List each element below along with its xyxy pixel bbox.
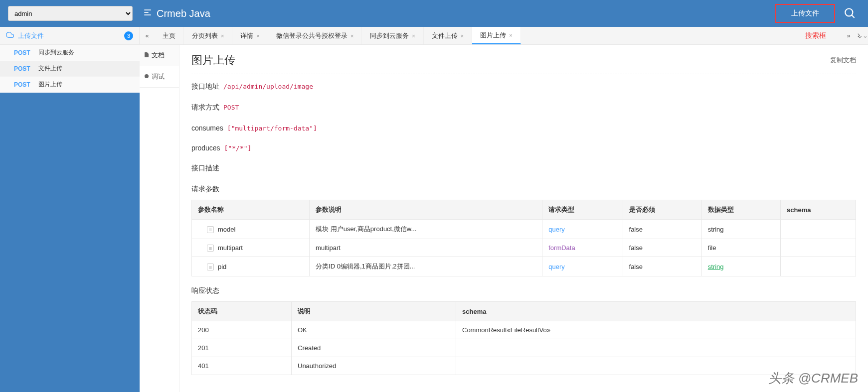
svg-point-3 [845, 8, 853, 16]
sidebar-item-sync-cloud[interactable]: POST 同步到云服务 [0, 45, 140, 61]
api-method-row: 请求方式 POST [191, 103, 856, 112]
cell-req-type: query [542, 257, 623, 276]
method-badge: POST [14, 81, 30, 88]
cell-code: 200 [192, 321, 292, 339]
produces-label: produces [191, 144, 220, 152]
col-required: 是否必须 [623, 200, 701, 220]
consumes-row: consumes ["multipart/form-data"] [191, 124, 856, 132]
sidebar-item-file-upload[interactable]: POST 文件上传 [0, 61, 140, 77]
sidebar-group-title: 上传文件 [18, 31, 124, 40]
table-row: ≡model模块 用户user,商品product,微信w...queryfal… [192, 220, 856, 239]
cloud-icon [6, 31, 14, 40]
cell-code: 401 [192, 357, 292, 375]
cell-name: ≡pid [192, 257, 310, 276]
close-icon[interactable]: × [412, 33, 415, 39]
api-url-value: /api/admin/upload/image [223, 83, 313, 90]
resp-status-title: 响应状态 [191, 286, 856, 295]
cell-required: false [623, 257, 701, 276]
cell-data-type: string [701, 220, 780, 239]
vertical-tabs: 文档 调试 [140, 45, 179, 392]
tab-file-upload[interactable]: 文件上传× [424, 27, 472, 44]
tabs-scroll-right[interactable]: » [841, 27, 856, 44]
tab-image-upload[interactable]: 图片上传× [472, 27, 521, 44]
cell-data-type: file [701, 239, 780, 257]
api-method-value: POST [223, 104, 239, 111]
col-data-type: 数据类型 [701, 200, 780, 220]
consumes-label: consumes [191, 124, 223, 132]
doc-title: 图片上传 [191, 53, 235, 68]
close-icon[interactable]: × [350, 33, 353, 39]
close-icon[interactable]: × [461, 33, 464, 39]
consumes-value: ["multipart/form-data"] [227, 125, 317, 132]
cell-req-type: query [542, 220, 623, 239]
tab-page-list[interactable]: 分页列表× [184, 27, 232, 44]
col-req-type: 请求类型 [542, 200, 623, 220]
search-annotation: 搜索框 [790, 27, 841, 44]
search-button[interactable] [840, 3, 860, 23]
method-badge: POST [14, 49, 30, 56]
sidebar-item-image-upload[interactable]: POST 图片上传 [0, 77, 140, 93]
vtab-debug[interactable]: 调试 [140, 66, 179, 88]
api-url-row: 接口地址 /api/admin/upload/image [191, 82, 856, 91]
sidebar-item-label: 文件上传 [38, 64, 62, 73]
tab-sync-cloud[interactable]: 同步到云服务× [362, 27, 423, 44]
cell-schema [781, 257, 856, 276]
col-param-desc: 参数说明 [310, 200, 542, 220]
app-title: Crmeb Java [157, 8, 210, 19]
tabs-dropdown[interactable]: ⌄ [856, 27, 868, 44]
sidebar-group-badge: 3 [124, 31, 133, 40]
cell-desc: OK [292, 321, 456, 339]
sidebar-item-label: 图片上传 [38, 80, 62, 89]
app-header: admin Crmeb Java 上传文件 [0, 0, 868, 27]
close-icon[interactable]: × [256, 33, 259, 39]
param-icon: ≡ [207, 263, 214, 270]
table-header-row: 参数名称 参数说明 请求类型 是否必须 数据类型 schema [192, 200, 856, 220]
table-row: ≡multipartmultipartformDatafalsefile [192, 239, 856, 257]
cell-schema: CommonResult«FileResultVo» [456, 321, 856, 339]
cell-code: 201 [192, 339, 292, 357]
sidebar-group-header[interactable]: 上传文件 3 [0, 27, 140, 44]
table-row: ≡pid分类ID 0编辑器,1商品图片,2拼团...queryfalsestri… [192, 257, 856, 276]
param-icon: ≡ [207, 226, 214, 233]
tab-home[interactable]: 主页 [155, 27, 184, 44]
cell-desc: 模块 用户user,商品product,微信w... [310, 220, 542, 239]
col-schema: schema [781, 200, 856, 220]
table-row: 200OKCommonResult«FileResultVo» [192, 321, 856, 339]
desc-label: 接口描述 [191, 164, 219, 173]
cell-name: ≡model [192, 220, 310, 239]
module-select[interactable]: admin [8, 6, 133, 21]
svg-point-5 [145, 74, 149, 78]
cell-schema [456, 339, 856, 357]
doc-header: 图片上传 复制文档 [191, 53, 856, 74]
col-status-schema: schema [456, 302, 856, 321]
vtab-doc[interactable]: 文档 [140, 45, 179, 66]
sub-header: 上传文件 3 « 主页 分页列表× 详情× 微信登录公共号授权登录× 同步到云服… [0, 27, 868, 45]
cell-desc: multipart [310, 239, 542, 257]
sidebar-item-label: 同步到云服务 [38, 48, 74, 57]
cell-schema [781, 239, 856, 257]
req-params-title: 请求参数 [191, 185, 856, 194]
cell-req-type: formData [542, 239, 623, 257]
cell-data-type: string [701, 257, 780, 276]
col-param-name: 参数名称 [192, 200, 310, 220]
close-icon[interactable]: × [221, 33, 224, 39]
bug-icon [144, 73, 150, 81]
api-url-label: 接口地址 [191, 82, 219, 91]
tabs-bar: « 主页 分页列表× 详情× 微信登录公共号授权登录× 同步到云服务× 文件上传… [140, 27, 868, 44]
doc-content: 图片上传 复制文档 接口地址 /api/admin/upload/image 请… [179, 45, 868, 392]
col-status-desc: 说明 [292, 302, 456, 321]
app-logo: Crmeb Java [143, 7, 210, 20]
copy-doc-button[interactable]: 复制文档 [830, 56, 856, 65]
cell-name: ≡multipart [192, 239, 310, 257]
tab-detail[interactable]: 详情× [232, 27, 268, 44]
table-header-row: 状态码 说明 schema [192, 302, 856, 321]
cell-required: false [623, 239, 701, 257]
tab-wechat-auth[interactable]: 微信登录公共号授权登录× [268, 27, 362, 44]
cell-desc: Unauthorized [292, 357, 456, 375]
document-icon [144, 52, 150, 59]
close-icon[interactable]: × [509, 32, 512, 38]
tabs-scroll-left[interactable]: « [140, 27, 155, 44]
upload-file-button[interactable]: 上传文件 [775, 4, 835, 23]
cell-desc: Created [292, 339, 456, 357]
svg-line-4 [852, 15, 854, 17]
